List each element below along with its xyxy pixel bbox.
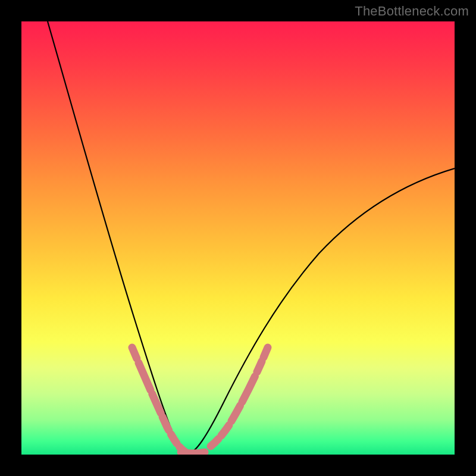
markers-right <box>199 347 268 453</box>
chart-frame: TheBottleneck.com <box>0 0 476 476</box>
plot-area <box>21 21 455 455</box>
markers-left <box>132 347 186 452</box>
markers-valley <box>181 452 205 453</box>
curve-svg <box>21 21 455 455</box>
watermark-label: TheBottleneck.com <box>355 4 469 19</box>
